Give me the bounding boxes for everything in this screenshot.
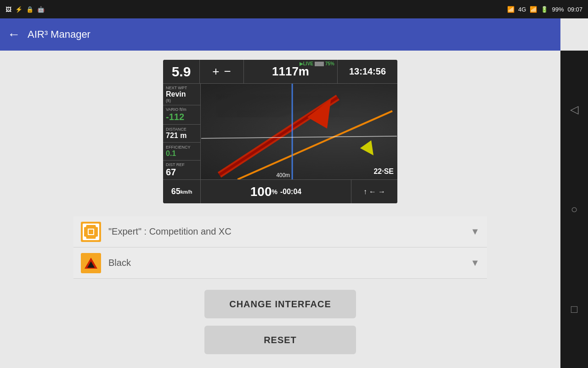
- interface-type-label: "Expert" : Competition and XC: [108, 226, 463, 237]
- main-content: 5.9 + − 1117m ▶LIVE 75% 13:14:56: [0, 51, 560, 368]
- nav-left-panel: NEXT WPT Revin (ft) VARIO ft/m -112 DIST…: [163, 84, 201, 179]
- nav-bottom-speed: 65km/h: [163, 180, 201, 203]
- back-button[interactable]: ←: [7, 28, 20, 41]
- nav-speed-value: 5.9: [163, 60, 200, 83]
- usb-icon: ⚡: [15, 6, 23, 13]
- interface-type-dropdown[interactable]: "Expert" : Competition and XC ▼: [74, 216, 487, 247]
- nav-bottom-row: 65km/h 100% -00:04 ↑←→: [163, 179, 397, 203]
- theme-icon: [81, 253, 101, 273]
- right-nav-bar: ◁ ○ □: [560, 51, 588, 368]
- signal-icon: 📶: [530, 6, 537, 13]
- wifi-icon: 📶: [507, 6, 514, 13]
- nav-bottom-percent: 100% -00:04: [201, 180, 351, 203]
- theme-dropdown[interactable]: Black ▼: [74, 247, 487, 279]
- buttons-area: CHANGE INTERFACE RESET: [204, 290, 356, 354]
- live-indicator: ▶LIVE 75%: [300, 61, 334, 66]
- battery-level: 99%: [552, 6, 564, 13]
- expert-icon: [81, 222, 101, 242]
- change-interface-button[interactable]: CHANGE INTERFACE: [204, 290, 356, 318]
- theme-label: Black: [108, 258, 463, 268]
- android-icon: 🤖: [37, 6, 45, 13]
- status-bar-left: 🖼 ⚡ 🔒 🤖: [6, 6, 45, 13]
- clock: 09:07: [567, 6, 582, 13]
- app-bar-title: AIR³ Manager: [28, 29, 90, 40]
- status-bar: 🖼 ⚡ 🔒 🤖 📶 4G 📶 🔋 99% 09:07: [0, 0, 588, 18]
- nav-altitude-display: 1117m ▶LIVE 75%: [244, 60, 338, 83]
- nav-bottom-arrows: ↑←→: [351, 180, 397, 203]
- nav-heading: 22°SE: [373, 167, 394, 176]
- svg-marker-6: [360, 140, 379, 159]
- network-type: 4G: [518, 6, 526, 13]
- nav-destination-cell: NEXT WPT Revin (ft): [163, 84, 200, 105]
- nav-zoom-in[interactable]: +: [212, 64, 219, 79]
- nav-zoom-out[interactable]: −: [224, 64, 231, 79]
- nav-time-display: 13:14:56: [338, 60, 397, 83]
- interface-type-arrow: ▼: [470, 226, 480, 237]
- nav-eff-cell: EFFICIENCY 0.1: [163, 143, 200, 161]
- svg-text:400m: 400m: [276, 172, 290, 178]
- nav-vario-cell: VARIO ft/m -112: [163, 105, 200, 125]
- nav-home-button[interactable]: ○: [571, 203, 578, 216]
- map-svg: 400m: [201, 84, 397, 179]
- nav-speed2-cell: DIST REF 67: [163, 161, 200, 179]
- nav-back-button[interactable]: ◁: [570, 103, 578, 116]
- gallery-icon: 🖼: [6, 6, 11, 13]
- status-bar-right: 📶 4G 📶 🔋 99% 09:07: [507, 6, 582, 13]
- nav-zoom-controls: + −: [200, 60, 244, 83]
- preview-image: 5.9 + − 1117m ▶LIVE 75% 13:14:56: [163, 60, 397, 203]
- svg-line-4: [201, 136, 397, 138]
- nav-recent-button[interactable]: □: [571, 303, 578, 316]
- app-bar: ← AIR³ Manager: [0, 18, 560, 51]
- nav-map: 400m 22°SE: [201, 84, 397, 179]
- theme-arrow: ▼: [470, 258, 480, 268]
- battery-icon: 🔋: [541, 6, 548, 13]
- nav-dist-cell: DISTANCE 721 m: [163, 125, 200, 143]
- nav-display: 5.9 + − 1117m ▶LIVE 75% 13:14:56: [163, 60, 397, 203]
- reset-button[interactable]: RESET: [204, 326, 356, 354]
- lock-icon: 🔒: [26, 6, 34, 13]
